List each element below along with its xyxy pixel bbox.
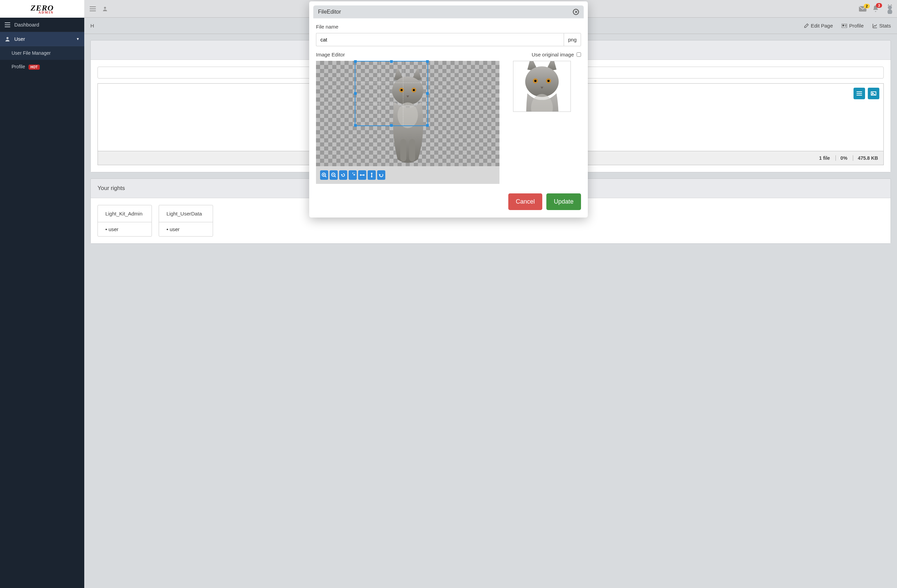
center-cross-icon: + bbox=[390, 92, 392, 96]
footer-size: 475.8 KB bbox=[853, 155, 878, 161]
messages-button[interactable]: 2 bbox=[859, 6, 866, 12]
sidebar-item-label: Dashboard bbox=[14, 22, 39, 28]
file-editor-modal: FileEditor ✕ File name png Image Editor … bbox=[309, 2, 588, 217]
svg-point-23 bbox=[547, 80, 550, 82]
user-icon bbox=[5, 36, 10, 42]
crop-handle[interactable] bbox=[426, 124, 429, 127]
svg-point-4 bbox=[888, 9, 892, 14]
flip-vertical-button[interactable] bbox=[367, 170, 376, 180]
messages-badge: 2 bbox=[864, 4, 870, 9]
footer-pct: 0% bbox=[836, 155, 847, 161]
use-original-toggle[interactable]: Use original image bbox=[532, 52, 581, 57]
avatar[interactable] bbox=[886, 4, 894, 14]
svg-point-6 bbox=[843, 25, 844, 26]
sidebar-item-label: Profile bbox=[12, 64, 25, 69]
notifications-badge: 3 bbox=[876, 3, 882, 8]
zoom-out-button[interactable] bbox=[329, 170, 338, 180]
crop-handle[interactable] bbox=[354, 124, 357, 127]
rotate-right-button[interactable] bbox=[349, 170, 357, 180]
svg-point-8 bbox=[872, 93, 873, 93]
file-name-label: File name bbox=[316, 24, 581, 29]
sidebar-item-user[interactable]: User ▼ bbox=[0, 32, 84, 46]
file-name-input[interactable] bbox=[316, 33, 564, 46]
sidebar-sub-profile[interactable]: Profile HOT bbox=[0, 60, 84, 74]
file-ext: png bbox=[564, 33, 581, 46]
sidebar-sub-file-manager[interactable]: User File Manager bbox=[0, 46, 84, 60]
crop-handle[interactable] bbox=[390, 124, 393, 127]
right-card-title: Light_Kit_Admin bbox=[98, 205, 152, 222]
tool-label: Edit Page bbox=[811, 23, 833, 29]
right-card: Light_Kit_Admin • user bbox=[98, 205, 152, 237]
use-original-label: Use original image bbox=[532, 52, 574, 57]
tool-label: Stats bbox=[879, 23, 891, 29]
svg-rect-5 bbox=[842, 24, 847, 28]
zoom-in-button[interactable] bbox=[320, 170, 328, 180]
list-view-button[interactable] bbox=[854, 88, 865, 99]
cropper-toolbar bbox=[316, 166, 499, 184]
right-card-item: • user bbox=[98, 222, 152, 236]
svg-point-24 bbox=[531, 94, 553, 112]
stats-link[interactable]: Stats bbox=[873, 23, 891, 29]
footer-files: 1 file bbox=[819, 155, 830, 161]
image-cropper[interactable]: + bbox=[316, 61, 499, 166]
tool-label: Profile bbox=[849, 23, 864, 29]
user-menu-button[interactable] bbox=[100, 4, 110, 14]
update-button[interactable]: Update bbox=[546, 193, 581, 210]
right-card-item: • user bbox=[159, 222, 213, 236]
svg-rect-15 bbox=[400, 139, 406, 161]
logo[interactable]: ZERO ADMIN bbox=[0, 0, 84, 18]
crop-handle[interactable] bbox=[354, 92, 357, 95]
sidebar-item-label: User bbox=[14, 36, 25, 42]
crop-handle[interactable] bbox=[390, 60, 393, 63]
sidebar-item-label: User File Manager bbox=[12, 50, 51, 56]
profile-link[interactable]: Profile bbox=[842, 23, 864, 29]
breadcrumb-home[interactable]: H bbox=[90, 23, 94, 29]
notifications-button[interactable]: 3 bbox=[873, 5, 879, 12]
cancel-button[interactable]: Cancel bbox=[508, 193, 542, 210]
image-editor-label: Image Editor bbox=[316, 52, 345, 57]
crop-frame[interactable]: + bbox=[355, 61, 428, 126]
edit-page-link[interactable]: Edit Page bbox=[804, 23, 833, 29]
hot-badge: HOT bbox=[29, 64, 40, 70]
rotate-left-button[interactable] bbox=[339, 170, 347, 180]
pencil-icon bbox=[804, 23, 809, 28]
crop-handle[interactable] bbox=[426, 92, 429, 95]
use-original-checkbox[interactable] bbox=[577, 52, 581, 57]
crop-handle[interactable] bbox=[354, 60, 357, 63]
right-card-title: Light_UserData bbox=[159, 205, 213, 222]
svg-rect-16 bbox=[409, 139, 415, 161]
flip-horizontal-button[interactable] bbox=[358, 170, 366, 180]
toggle-sidebar-button[interactable] bbox=[88, 4, 98, 14]
reset-button[interactable] bbox=[377, 170, 385, 180]
crop-handle[interactable] bbox=[426, 60, 429, 63]
chart-icon bbox=[873, 23, 877, 28]
image-preview bbox=[513, 61, 571, 112]
svg-point-0 bbox=[6, 37, 9, 39]
chevron-down-icon: ▼ bbox=[76, 37, 80, 41]
right-card: Light_UserData • user bbox=[159, 205, 213, 237]
modal-header: FileEditor ✕ bbox=[313, 5, 584, 18]
sidebar-item-dashboard[interactable]: Dashboard bbox=[0, 18, 84, 32]
grid-view-button[interactable] bbox=[868, 88, 879, 99]
svg-point-3 bbox=[888, 5, 892, 9]
svg-point-21 bbox=[534, 80, 536, 82]
svg-point-19 bbox=[525, 66, 559, 97]
sidebar: ZERO ADMIN Dashboard User ▼ User File Ma… bbox=[0, 0, 84, 588]
id-card-icon bbox=[842, 24, 847, 28]
close-icon[interactable]: ✕ bbox=[573, 9, 579, 15]
svg-point-1 bbox=[104, 7, 106, 9]
modal-title: FileEditor bbox=[318, 9, 341, 15]
cat-preview bbox=[518, 61, 566, 112]
menu-icon bbox=[5, 23, 10, 27]
